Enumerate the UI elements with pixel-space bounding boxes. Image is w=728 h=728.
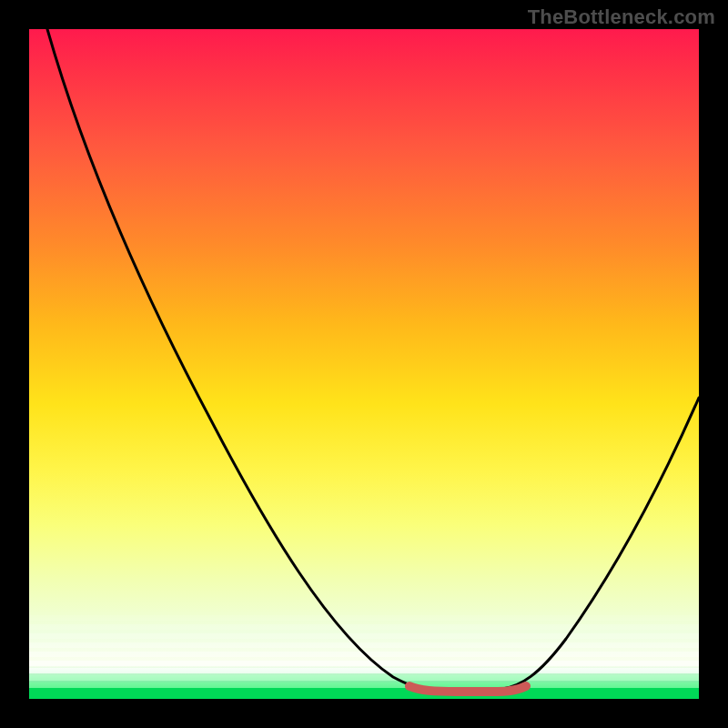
watermark-text: TheBottleneck.com (528, 5, 715, 29)
curve-svg (29, 29, 699, 699)
optimal-range-marker (410, 686, 526, 692)
plot-area (29, 29, 699, 699)
chart-frame: TheBottleneck.com (0, 0, 728, 728)
bottleneck-curve (47, 29, 699, 689)
